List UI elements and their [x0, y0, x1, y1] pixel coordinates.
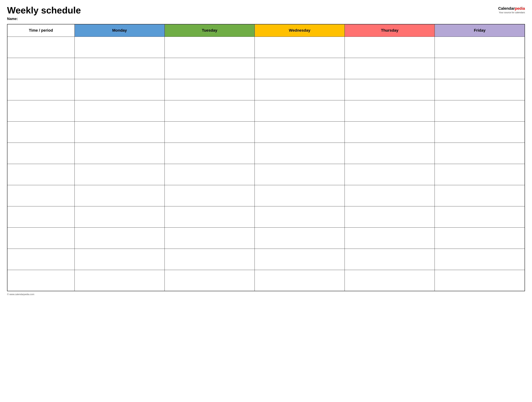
time-cell[interactable]	[7, 79, 75, 100]
schedule-cell[interactable]	[254, 79, 345, 100]
schedule-cell[interactable]	[165, 227, 254, 249]
schedule-cell[interactable]	[254, 185, 345, 206]
column-header-thursday: Thursday	[345, 24, 435, 37]
schedule-cell[interactable]	[75, 100, 165, 121]
time-cell[interactable]	[7, 100, 75, 121]
schedule-cell[interactable]	[254, 58, 345, 79]
time-cell[interactable]	[7, 37, 75, 58]
schedule-cell[interactable]	[254, 37, 345, 58]
schedule-cell[interactable]	[435, 121, 525, 143]
schedule-cell[interactable]	[254, 164, 345, 185]
time-cell[interactable]	[7, 185, 75, 206]
schedule-cell[interactable]	[165, 143, 254, 164]
schedule-cell[interactable]	[75, 206, 165, 227]
schedule-cell[interactable]	[75, 185, 165, 206]
schedule-cell[interactable]	[435, 227, 525, 249]
table-row	[7, 206, 525, 227]
schedule-cell[interactable]	[75, 121, 165, 143]
schedule-cell[interactable]	[75, 58, 165, 79]
schedule-cell[interactable]	[345, 227, 435, 249]
schedule-cell[interactable]	[435, 270, 525, 291]
column-header-time: Time / period	[7, 24, 75, 37]
time-cell[interactable]	[7, 143, 75, 164]
schedule-cell[interactable]	[435, 249, 525, 270]
table-row	[7, 100, 525, 121]
schedule-cell[interactable]	[345, 206, 435, 227]
schedule-cell[interactable]	[75, 270, 165, 291]
table-row	[7, 270, 525, 291]
table-row	[7, 164, 525, 185]
schedule-cell[interactable]	[345, 37, 435, 58]
time-cell[interactable]	[7, 227, 75, 249]
schedule-cell[interactable]	[435, 143, 525, 164]
time-cell[interactable]	[7, 58, 75, 79]
schedule-cell[interactable]	[254, 100, 345, 121]
schedule-cell[interactable]	[75, 37, 165, 58]
schedule-cell[interactable]	[345, 270, 435, 291]
table-row	[7, 121, 525, 143]
time-cell[interactable]	[7, 164, 75, 185]
schedule-cell[interactable]	[75, 79, 165, 100]
schedule-cell[interactable]	[435, 37, 525, 58]
schedule-cell[interactable]	[165, 164, 254, 185]
schedule-cell[interactable]	[345, 249, 435, 270]
schedule-cell[interactable]	[165, 79, 254, 100]
time-cell[interactable]	[7, 270, 75, 291]
schedule-cell[interactable]	[165, 58, 254, 79]
schedule-cell[interactable]	[435, 58, 525, 79]
column-header-friday: Friday	[435, 24, 525, 37]
table-row	[7, 249, 525, 270]
schedule-cell[interactable]	[435, 185, 525, 206]
schedule-cell[interactable]	[165, 206, 254, 227]
schedule-cell[interactable]	[165, 37, 254, 58]
schedule-cell[interactable]	[165, 249, 254, 270]
schedule-cell[interactable]	[435, 164, 525, 185]
schedule-cell[interactable]	[345, 79, 435, 100]
schedule-cell[interactable]	[254, 121, 345, 143]
logo-pedia: pedia	[515, 6, 525, 11]
schedule-cell[interactable]	[75, 143, 165, 164]
footer: © www.calendarpedia.com	[7, 293, 525, 296]
schedule-cell[interactable]	[254, 143, 345, 164]
schedule-cell[interactable]	[254, 227, 345, 249]
schedule-cell[interactable]	[435, 79, 525, 100]
table-row	[7, 37, 525, 58]
weekly-schedule-table: Time / period Monday Tuesday Wednesday T…	[7, 24, 525, 291]
time-cell[interactable]	[7, 206, 75, 227]
schedule-cell[interactable]	[345, 121, 435, 143]
schedule-cell[interactable]	[345, 185, 435, 206]
column-header-monday: Monday	[75, 24, 165, 37]
schedule-cell[interactable]	[254, 270, 345, 291]
table-row	[7, 227, 525, 249]
page-title: Weekly schedule	[7, 5, 81, 15]
table-row	[7, 79, 525, 100]
logo-text: Calendarpedia	[498, 6, 525, 11]
name-label: Name:	[7, 17, 81, 21]
table-header-row: Time / period Monday Tuesday Wednesday T…	[7, 24, 525, 37]
schedule-cell[interactable]	[165, 270, 254, 291]
schedule-cell[interactable]	[345, 164, 435, 185]
table-row	[7, 185, 525, 206]
schedule-cell[interactable]	[435, 100, 525, 121]
time-cell[interactable]	[7, 249, 75, 270]
schedule-cell[interactable]	[345, 100, 435, 121]
footer-url: © www.calendarpedia.com	[7, 293, 34, 296]
schedule-cell[interactable]	[165, 185, 254, 206]
schedule-cell[interactable]	[345, 58, 435, 79]
schedule-cell[interactable]	[345, 143, 435, 164]
schedule-cell[interactable]	[254, 206, 345, 227]
logo-subtitle: Your source for calendars	[499, 11, 525, 14]
schedule-cell[interactable]	[254, 249, 345, 270]
schedule-cell[interactable]	[75, 227, 165, 249]
schedule-body	[7, 37, 525, 291]
title-area: Weekly schedule Name:	[7, 5, 81, 21]
page-header: Weekly schedule Name: Calendarpedia Your…	[7, 5, 525, 21]
table-row	[7, 58, 525, 79]
schedule-cell[interactable]	[165, 121, 254, 143]
time-cell[interactable]	[7, 121, 75, 143]
schedule-cell[interactable]	[75, 164, 165, 185]
schedule-cell[interactable]	[165, 100, 254, 121]
schedule-cell[interactable]	[75, 249, 165, 270]
schedule-cell[interactable]	[435, 206, 525, 227]
logo-area: Calendarpedia Your source for calendars	[498, 6, 525, 14]
